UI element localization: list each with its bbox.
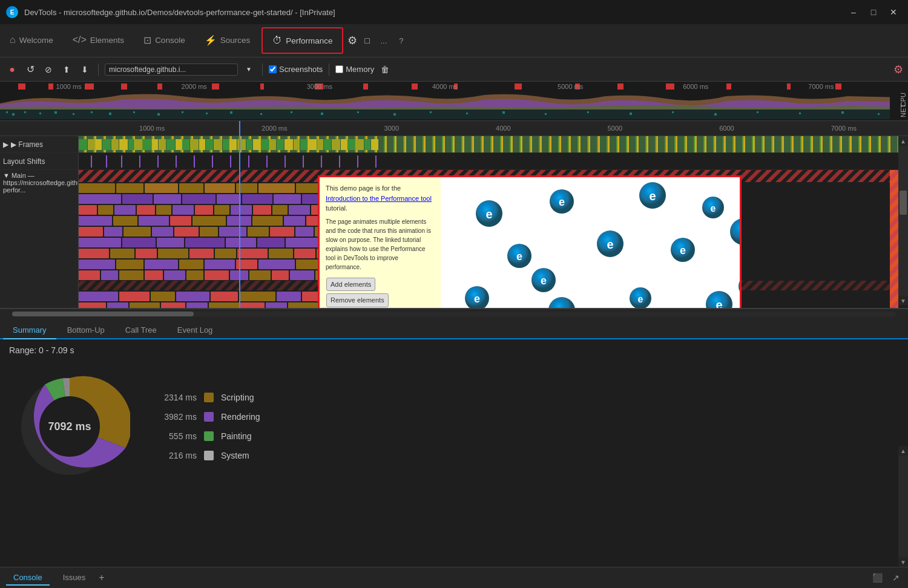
svg-text:e: e bbox=[558, 304, 565, 309]
issues-tab[interactable]: Issues bbox=[56, 570, 93, 586]
help-btn[interactable]: ? bbox=[393, 36, 409, 45]
tab-call-tree[interactable]: Call Tree bbox=[116, 322, 166, 339]
svg-rect-25 bbox=[91, 111, 93, 113]
console-tab[interactable]: Console bbox=[6, 570, 50, 586]
record-button[interactable]: ● bbox=[5, 62, 19, 77]
frames-row[interactable]: ▶ ▶ Frames bbox=[0, 136, 908, 153]
svg-rect-121 bbox=[217, 194, 241, 204]
svg-rect-231 bbox=[240, 302, 265, 309]
hscroll-thumb[interactable] bbox=[12, 312, 194, 316]
vscroll-track[interactable] bbox=[898, 146, 908, 296]
import-button[interactable]: ⬆ bbox=[59, 62, 74, 77]
settings-gear-btn[interactable]: ⚙ bbox=[345, 33, 360, 48]
sidebar-toggle-btn[interactable]: □ bbox=[360, 33, 374, 48]
svg-rect-36 bbox=[393, 113, 396, 116]
memory-checkbox[interactable] bbox=[335, 65, 343, 73]
tab-event-log[interactable]: Event Log bbox=[168, 322, 223, 339]
screenshot-description: This demo page is for the Introduction t… bbox=[320, 177, 441, 309]
memory-text: Memory bbox=[346, 65, 374, 74]
bottom-vscroll[interactable]: ▲ ▼ bbox=[898, 446, 908, 567]
svg-rect-100 bbox=[303, 155, 304, 168]
net-label: NET bbox=[900, 104, 907, 117]
url-input[interactable] bbox=[105, 64, 238, 76]
svg-rect-161 bbox=[248, 227, 269, 237]
svg-rect-34 bbox=[321, 113, 323, 115]
add-panel-btn[interactable]: + bbox=[99, 572, 104, 583]
scripting-color bbox=[204, 393, 214, 402]
svg-rect-62 bbox=[182, 139, 189, 150]
svg-rect-18 bbox=[0, 109, 890, 119]
screenshots-label[interactable]: Screenshots bbox=[269, 65, 323, 74]
url-dropdown-btn[interactable]: ▼ bbox=[242, 62, 256, 77]
tab-sources[interactable]: ⚡ Sources bbox=[195, 24, 260, 57]
minimize-button[interactable]: – bbox=[845, 6, 862, 18]
undock-btn[interactable]: ↗ bbox=[890, 572, 902, 584]
svg-rect-23 bbox=[54, 111, 57, 114]
window-controls: – □ ✕ bbox=[845, 6, 902, 18]
screenshots-checkbox[interactable] bbox=[269, 65, 277, 73]
timeline-vscroll[interactable]: ▲ ▼ bbox=[898, 136, 908, 305]
bottom-vscroll-track[interactable] bbox=[898, 456, 908, 557]
svg-rect-172 bbox=[257, 238, 285, 247]
tab-performance[interactable]: ⏱ Performance bbox=[262, 27, 343, 54]
svg-rect-189 bbox=[116, 260, 143, 269]
tab-bottom-up[interactable]: Bottom-Up bbox=[58, 322, 114, 339]
bottom-vscroll-down[interactable]: ▼ bbox=[898, 557, 908, 567]
layout-shifts-row[interactable]: Layout Shifts bbox=[0, 153, 908, 170]
more-tabs-btn[interactable]: ... bbox=[374, 36, 393, 45]
tab-sources-label: Sources bbox=[220, 36, 251, 45]
remove-elements-btn[interactable]: Remove elements bbox=[326, 293, 389, 307]
h-scrollbar[interactable] bbox=[0, 309, 908, 318]
svg-rect-37 bbox=[430, 111, 432, 113]
rendering-ms: 3982 ms bbox=[154, 412, 197, 422]
svg-rect-33 bbox=[291, 111, 292, 113]
clear-recording-button[interactable]: ⊘ bbox=[41, 62, 56, 77]
svg-rect-168 bbox=[122, 238, 156, 247]
memory-label[interactable]: Memory bbox=[335, 65, 374, 74]
perf-gear-btn[interactable]: ⚙ bbox=[893, 63, 903, 76]
reload-record-button[interactable]: ↺ bbox=[23, 62, 38, 77]
svg-rect-208 bbox=[290, 270, 314, 280]
bottom-vscroll-up[interactable]: ▲ bbox=[898, 446, 908, 456]
export-button[interactable]: ⬇ bbox=[77, 62, 92, 77]
dock-btn[interactable]: ⬛ bbox=[870, 572, 885, 584]
donut-chart: 7092 ms bbox=[9, 366, 130, 487]
tab-summary[interactable]: Summary bbox=[3, 322, 56, 339]
vscroll-thumb[interactable] bbox=[900, 191, 907, 215]
vscroll-up-btn[interactable]: ▲ bbox=[898, 136, 908, 146]
svg-rect-148 bbox=[227, 216, 251, 226]
svg-rect-216 bbox=[119, 292, 150, 301]
range-text: Range: 0 - 7.09 s bbox=[9, 345, 260, 355]
label-2000: 2000 ms bbox=[182, 83, 207, 90]
svg-rect-72 bbox=[261, 139, 269, 150]
hscroll-track[interactable] bbox=[12, 312, 896, 316]
layout-shifts-label: Layout Shifts bbox=[0, 153, 79, 169]
tick-5000: 5000 bbox=[608, 125, 622, 132]
main-timeline[interactable]: 1000 ms 2000 ms 3000 4000 5000 6000 7000… bbox=[0, 121, 908, 309]
svg-rect-67 bbox=[223, 139, 229, 150]
add-elements-btn[interactable]: Add elements bbox=[326, 278, 375, 292]
close-button[interactable]: ✕ bbox=[885, 6, 902, 18]
tab-welcome[interactable]: ⌂ Welcome bbox=[0, 24, 63, 57]
vscroll-down-btn[interactable]: ▼ bbox=[898, 296, 908, 305]
svg-rect-183 bbox=[269, 249, 293, 258]
tick-2000: 2000 ms bbox=[262, 125, 287, 132]
tick-6000: 6000 bbox=[719, 125, 734, 132]
svg-rect-109 bbox=[145, 183, 178, 193]
svg-rect-144 bbox=[113, 216, 137, 226]
svg-rect-159 bbox=[200, 227, 218, 237]
svg-rect-190 bbox=[145, 260, 178, 269]
maximize-button[interactable]: □ bbox=[865, 6, 882, 18]
trash-button[interactable]: 🗑 bbox=[378, 62, 392, 77]
separator2 bbox=[262, 64, 263, 76]
frames-collapse-icon[interactable]: ▶ bbox=[3, 140, 8, 149]
tab-elements[interactable]: </> Elements bbox=[63, 24, 134, 57]
svg-rect-110 bbox=[179, 183, 203, 193]
scripting-label: Scripting bbox=[221, 393, 254, 402]
frames-svg bbox=[79, 136, 908, 152]
svg-rect-123 bbox=[274, 194, 301, 204]
svg-rect-136 bbox=[253, 205, 271, 215]
timeline-overview[interactable]: 1000 ms 2000 ms 3000 ms 4000 ms 5000 ms … bbox=[0, 82, 908, 121]
svg-rect-24 bbox=[73, 113, 74, 115]
tab-console[interactable]: ⊡ Console bbox=[134, 24, 195, 57]
